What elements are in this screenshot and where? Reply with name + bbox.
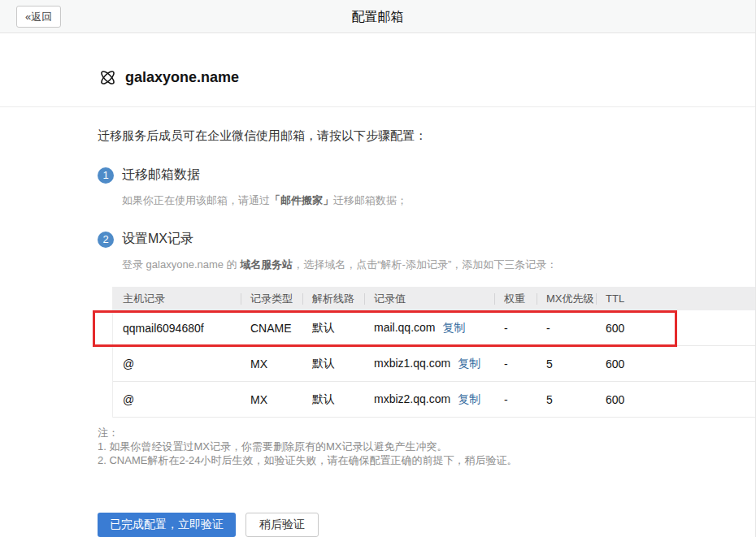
column-header-mx-priority: MX优先级: [537, 292, 596, 306]
step-2-number-badge: 2: [98, 232, 114, 248]
weight-value: -: [494, 322, 537, 335]
step-1-description: 如果你正在使用该邮箱，请通过「邮件搬家」迁移邮箱数据；: [122, 193, 755, 208]
table-row-cname: qqmail6094680f CNAME 默认 mail.qq.com复制 - …: [113, 310, 756, 346]
mx-priority-value: 5: [537, 393, 596, 406]
table-row-mx2: @ MX 默认 mxbiz2.qq.com复制 - 5 600: [113, 382, 756, 418]
step-2-desc-pre: 登录 galaxyone.name 的: [122, 258, 240, 271]
domain-header: galaxyone.name: [0, 33, 755, 88]
column-header-value: 记录值: [364, 292, 494, 306]
intro-text: 迁移服务后成员可在企业微信使用邮箱，请按以下步骤配置：: [98, 128, 755, 144]
host-record: @: [113, 357, 241, 370]
record-value: mxbiz2.qq.com: [374, 392, 450, 405]
column-header-ttl: TTL: [596, 292, 756, 305]
ttl-value: 600: [596, 357, 756, 370]
ttl-value: 600: [596, 322, 756, 335]
host-record: @: [113, 393, 241, 406]
record-type: CNAME: [241, 322, 302, 335]
step-2-desc-post: ，选择域名，点击“解析-添加记录”，添加如下三条记录：: [293, 258, 557, 271]
domain-name: galaxyone.name: [125, 69, 239, 86]
mx-priority-value: -: [537, 322, 596, 335]
step-1-number-badge: 1: [98, 167, 114, 184]
verify-later-button[interactable]: 稍后验证: [245, 513, 319, 537]
step-1-desc-post: 迁移邮箱数据；: [333, 194, 407, 206]
step-2-description: 登录 galaxyone.name 的 域名服务站，选择域名，点击“解析-添加记…: [122, 258, 755, 272]
note-line-2: 2. CNAME解析在2-24小时后生效，如验证失败，请在确保配置正确的前提下，…: [98, 453, 755, 467]
main-content: 迁移服务后成员可在企业微信使用邮箱，请按以下步骤配置： 1 迁移邮箱数据 如果你…: [0, 128, 755, 537]
copy-link[interactable]: 复制: [458, 357, 480, 370]
step-2-header: 2 设置MX记录: [98, 231, 755, 248]
resolution-line: 默认: [302, 321, 364, 336]
record-value-cell: mxbiz2.qq.com复制: [364, 392, 494, 407]
note-line-1: 1. 如果你曾经设置过MX记录，你需要删除原有的MX记录以避免产生冲突。: [98, 440, 755, 453]
column-header-type: 记录类型: [241, 292, 302, 306]
section-divider: [0, 106, 755, 107]
resolution-line: 默认: [302, 357, 364, 371]
step-1-title: 迁移邮箱数据: [122, 167, 200, 184]
weight-value: -: [494, 357, 537, 370]
record-value-cell: mail.qq.com复制: [364, 321, 494, 336]
domain-service-emphasis: 域名服务站: [240, 258, 293, 271]
notes-section: 注： 1. 如果你曾经设置过MX记录，你需要删除原有的MX记录以避免产生冲突。 …: [98, 426, 755, 467]
topbar: «返回 配置邮箱: [0, 0, 755, 33]
step-1-header: 1 迁移邮箱数据: [98, 167, 755, 184]
ttl-value: 600: [596, 393, 756, 406]
action-buttons: 已完成配置，立即验证 稍后验证: [98, 513, 755, 537]
table-header-row: 主机记录 记录类型 解析线路 记录值 权重 MX优先级 TTL: [113, 287, 756, 310]
table-row-mx1: @ MX 默认 mxbiz1.qq.com复制 - 5 600: [113, 346, 756, 382]
mx-priority-value: 5: [537, 357, 596, 370]
weight-value: -: [494, 393, 537, 406]
copy-link[interactable]: 复制: [458, 392, 480, 405]
record-value: mail.qq.com: [374, 321, 435, 334]
resolution-line: 默认: [302, 392, 364, 407]
mail-move-emphasis: 「邮件搬家」: [270, 194, 333, 206]
record-type: MX: [241, 357, 302, 370]
page-title: 配置邮箱: [0, 0, 755, 33]
record-value-cell: mxbiz1.qq.com复制: [364, 357, 494, 371]
column-header-weight: 权重: [494, 292, 537, 306]
dns-records-table: 主机记录 记录类型 解析线路 记录值 权重 MX优先级 TTL qqmail60…: [112, 287, 756, 418]
verify-now-button[interactable]: 已完成配置，立即验证: [98, 513, 236, 537]
column-header-line: 解析线路: [302, 292, 364, 306]
host-record: qqmail6094680f: [113, 322, 241, 335]
orbit-domain-icon: [98, 67, 118, 88]
record-type: MX: [241, 393, 302, 406]
record-value: mxbiz1.qq.com: [374, 357, 450, 370]
step-2-title: 设置MX记录: [122, 231, 193, 248]
copy-link[interactable]: 复制: [442, 321, 465, 334]
step-1-desc-pre: 如果你正在使用该邮箱，请通过: [122, 194, 270, 206]
column-header-host: 主机记录: [113, 292, 241, 306]
notes-label: 注：: [98, 426, 755, 440]
